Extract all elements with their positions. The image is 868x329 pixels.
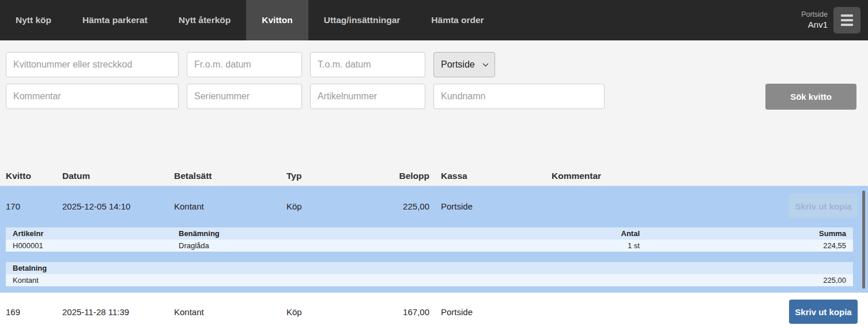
header-kvitto: Kvitto (6, 171, 62, 181)
vertical-scrollbar-thumb[interactable] (862, 190, 865, 289)
payment-row: Kontant 225,00 (6, 274, 853, 286)
payment-section: Betalning Kontant 225,00 (6, 262, 853, 286)
header-typ: Typ (286, 171, 367, 181)
user-store-label: Portside (801, 10, 828, 19)
cell-betalsatt: Kontant (174, 307, 286, 317)
cell-kvitto: 169 (6, 307, 62, 317)
chevron-down-icon (482, 63, 489, 67)
date-to-input[interactable] (310, 52, 425, 77)
customer-name-input[interactable] (433, 84, 605, 109)
cell-typ: Köp (286, 201, 367, 211)
article-summa: 224,55 (640, 241, 846, 250)
print-copy-button-disabled[interactable]: Skriv ut kopia (789, 194, 858, 218)
cell-belopp: 225,00 (367, 201, 429, 211)
article-antal: 1 st (571, 241, 640, 250)
article-table-header: Artikelnr Benämning Antal Summa (6, 227, 853, 240)
nav-item-uttag-insattningar[interactable]: Uttag/insättningar (308, 0, 416, 40)
date-from-input[interactable] (187, 52, 302, 77)
register-select-value: Portside (441, 59, 475, 70)
payment-header: Betalning (6, 262, 853, 274)
nav-item-hamta-parkerat[interactable]: Hämta parkerat (67, 0, 163, 40)
nav-item-kvitton[interactable]: Kvitton (246, 0, 308, 40)
table-row[interactable]: 169 2025-11-28 11:39 Kontant Köp 167,00 … (0, 293, 868, 329)
user-info: Portside Anv1 (801, 10, 828, 31)
receipt-list: 170 2025-12-05 14:10 Kontant Köp 225,00 … (0, 186, 868, 329)
navbar-right: Portside Anv1 (801, 0, 868, 40)
top-navbar: Nytt köp Hämta parkerat Nytt återköp Kvi… (0, 0, 868, 40)
header-kommentar: Kommentar (552, 171, 783, 181)
serial-number-input[interactable] (187, 84, 302, 109)
payment-amount: 225,00 (823, 276, 846, 285)
header-datum: Datum (62, 171, 174, 181)
article-artikelnr: H000001 (13, 241, 179, 250)
header-betalsatt: Betalsätt (174, 171, 286, 181)
receipt-number-input[interactable] (6, 52, 179, 77)
cell-kassa: Portside (429, 201, 552, 211)
cell-datum: 2025-11-28 11:39 (62, 307, 174, 317)
receipt-row-summary[interactable]: 170 2025-12-05 14:10 Kontant Köp 225,00 … (0, 186, 868, 226)
search-form-row-1: Portside (6, 52, 495, 77)
article-benamning: Draglåda (179, 241, 571, 250)
print-copy-button[interactable]: Skriv ut kopia (789, 300, 858, 324)
cell-typ: Köp (286, 307, 367, 317)
header-kassa: Kassa (429, 171, 552, 181)
table-header: Kvitto Datum Betalsätt Typ Belopp Kassa … (6, 166, 858, 186)
hamburger-icon (841, 14, 853, 17)
cell-kassa: Portside (429, 307, 552, 317)
search-receipt-button[interactable]: Sök kvitto (765, 84, 856, 110)
article-number-input[interactable] (310, 84, 425, 109)
comment-input[interactable] (6, 84, 179, 109)
nav-item-nytt-kop[interactable]: Nytt köp (0, 0, 67, 40)
cell-belopp: 167,00 (367, 307, 429, 317)
search-form-row-2 (6, 84, 605, 109)
receipt-detail: Artikelnr Benämning Antal Summa H000001 … (6, 227, 853, 286)
user-name-label: Anv1 (801, 19, 828, 31)
sub-header-antal: Antal (571, 229, 640, 238)
cell-kvitto: 170 (6, 201, 62, 211)
register-select[interactable]: Portside (433, 52, 495, 77)
payment-method: Kontant (13, 276, 39, 285)
nav-item-hamta-order[interactable]: Hämta order (416, 0, 499, 40)
header-belopp: Belopp (367, 171, 429, 181)
sub-header-benamning: Benämning (179, 229, 571, 238)
cell-datum: 2025-12-05 14:10 (62, 201, 174, 211)
cell-betalsatt: Kontant (174, 201, 286, 211)
hamburger-menu-button[interactable] (833, 7, 861, 33)
sub-header-artikelnr: Artikelnr (13, 229, 179, 238)
sub-header-summa: Summa (640, 229, 846, 238)
table-row-selected[interactable]: 170 2025-12-05 14:10 Kontant Köp 225,00 … (0, 186, 868, 293)
nav-item-nytt-aterkop[interactable]: Nytt återköp (163, 0, 246, 40)
article-row: H000001 Draglåda 1 st 224,55 (6, 240, 853, 252)
